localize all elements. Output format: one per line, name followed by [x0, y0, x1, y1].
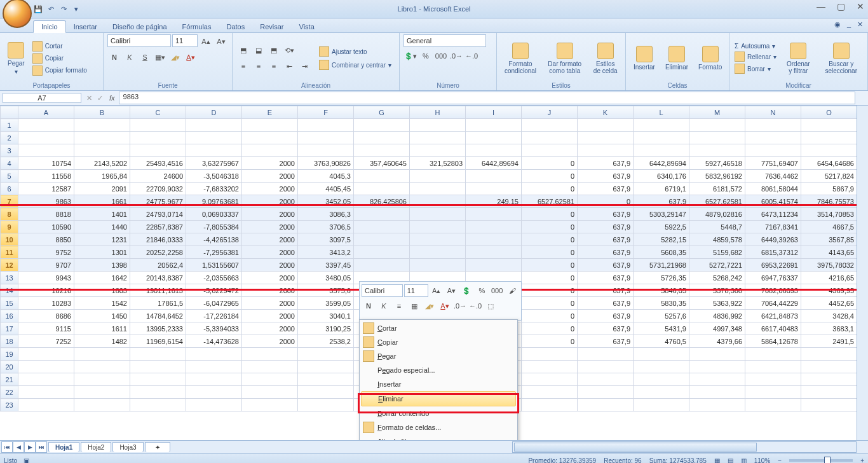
row-header-17[interactable]: 17: [1, 322, 18, 335]
cell-G5[interactable]: [354, 170, 410, 183]
cell-D19[interactable]: [186, 348, 242, 361]
col-header-I[interactable]: I: [466, 106, 522, 119]
grow-font-icon[interactable]: A▴: [199, 34, 213, 48]
cell-M1[interactable]: [689, 119, 745, 132]
col-header-B[interactable]: B: [74, 106, 130, 119]
row-header-8[interactable]: 8: [1, 208, 18, 221]
mini-font-combo[interactable]: Calibri: [362, 284, 403, 297]
cell-B9[interactable]: 1440: [74, 221, 130, 233]
cell-N23[interactable]: [745, 399, 801, 411]
paste-button[interactable]: Pegar▾: [4, 41, 29, 76]
cell-E20[interactable]: [242, 361, 298, 373]
cell-A8[interactable]: 8818: [18, 208, 74, 221]
cell-H8[interactable]: [410, 208, 466, 221]
cell-D12[interactable]: 1,53155607: [186, 259, 242, 272]
cell-C17[interactable]: 13995,2333: [130, 322, 186, 335]
cell-N21[interactable]: [745, 373, 801, 386]
cell-D16[interactable]: -17,226184: [186, 310, 242, 322]
mini-font-color-icon[interactable]: A▾: [438, 299, 452, 313]
cell-A22[interactable]: [18, 386, 74, 399]
mini-bold-icon[interactable]: N: [362, 299, 376, 313]
cell-G11[interactable]: [354, 246, 410, 259]
cell-N10[interactable]: 6449,39263: [745, 233, 801, 246]
save-icon[interactable]: 💾: [33, 4, 43, 14]
cell-C9[interactable]: 22857,8387: [130, 221, 186, 233]
cell-A1[interactable]: [18, 119, 74, 132]
col-header-L[interactable]: L: [634, 106, 689, 119]
view-layout-icon[interactable]: ▤: [728, 457, 733, 464]
cell-C23[interactable]: [130, 399, 186, 411]
mini-brush-icon[interactable]: 🖌: [505, 284, 519, 298]
cell-H4[interactable]: 321,52803: [410, 157, 466, 170]
cell-K6[interactable]: 637,9: [578, 183, 634, 195]
cell-O5[interactable]: 5217,824: [801, 170, 857, 183]
cell-I4[interactable]: 6442,89694: [466, 157, 522, 170]
context-cortar[interactable]: Cortar: [360, 321, 517, 335]
cell-K15[interactable]: 637,9: [578, 297, 634, 310]
cell-A20[interactable]: [18, 361, 74, 373]
sheet-tab-hoja1[interactable]: Hoja1: [48, 442, 79, 452]
cell-H9[interactable]: [410, 221, 466, 233]
comma-icon[interactable]: 000: [434, 49, 448, 63]
cell-I10[interactable]: [466, 233, 522, 246]
wrap-text-button[interactable]: Ajustar texto: [318, 46, 393, 57]
cell-H3[interactable]: [410, 144, 466, 157]
cell-A19[interactable]: [18, 348, 74, 361]
cell-D2[interactable]: [186, 132, 242, 144]
cell-C15[interactable]: 17861,5: [130, 297, 186, 310]
cell-M23[interactable]: [689, 399, 745, 411]
cell-C4[interactable]: 25493,4516: [130, 157, 186, 170]
cell-O22[interactable]: [801, 386, 857, 399]
cell-C20[interactable]: [130, 361, 186, 373]
cell-O17[interactable]: 3683,1: [801, 322, 857, 335]
cell-B3[interactable]: [74, 144, 130, 157]
cell-I8[interactable]: [466, 208, 522, 221]
help-icon[interactable]: ◉: [834, 20, 841, 29]
cell-N3[interactable]: [745, 144, 801, 157]
cell-H12[interactable]: [410, 259, 466, 272]
cell-L21[interactable]: [634, 373, 689, 386]
cell-A5[interactable]: 11558: [18, 170, 74, 183]
cell-G1[interactable]: [354, 119, 410, 132]
row-header-2[interactable]: 2: [1, 132, 18, 144]
horizontal-scrollbar[interactable]: [512, 441, 857, 453]
cell-M15[interactable]: 5363,922: [689, 297, 745, 310]
cell-G12[interactable]: [354, 259, 410, 272]
cell-C16[interactable]: 14784,6452: [130, 310, 186, 322]
cell-J9[interactable]: 0: [522, 221, 578, 233]
mini-size-combo[interactable]: 11: [404, 284, 428, 297]
cell-L2[interactable]: [634, 132, 689, 144]
cell-E8[interactable]: 2000: [242, 208, 298, 221]
align-right-icon[interactable]: ≡: [267, 59, 281, 73]
cell-C13[interactable]: 20143,8387: [130, 272, 186, 284]
cell-M9[interactable]: 5448,7: [689, 221, 745, 233]
cell-C19[interactable]: [130, 348, 186, 361]
cell-A10[interactable]: 8850: [18, 233, 74, 246]
cell-J4[interactable]: 0: [522, 157, 578, 170]
new-sheet-button[interactable]: ✦: [145, 442, 170, 452]
cell-C12[interactable]: 20562,4: [130, 259, 186, 272]
indent-dec-icon[interactable]: ⇤: [282, 59, 296, 73]
cell-A11[interactable]: 9752: [18, 246, 74, 259]
insert-cells-button[interactable]: Insertar: [630, 45, 659, 72]
cell-E12[interactable]: 2000: [242, 259, 298, 272]
clear-button[interactable]: Borrar ▾: [733, 63, 778, 74]
cell-F9[interactable]: 3706,5: [298, 221, 354, 233]
mini-grow-font-icon[interactable]: A▴: [430, 284, 444, 298]
cell-N12[interactable]: 6953,22691: [745, 259, 801, 272]
cell-I2[interactable]: [466, 132, 522, 144]
row-header-18[interactable]: 18: [1, 335, 18, 348]
cell-C6[interactable]: 22709,9032: [130, 183, 186, 195]
col-header-G[interactable]: G: [354, 106, 410, 119]
cell-D15[interactable]: -6,0472965: [186, 297, 242, 310]
sheet-tab-hoja3[interactable]: Hoja3: [112, 442, 143, 452]
qat-dropdown-icon[interactable]: ▾: [71, 4, 81, 14]
cell-L3[interactable]: [634, 144, 689, 157]
mini-border-icon[interactable]: ▦: [407, 299, 421, 313]
align-top-icon[interactable]: ⬒: [236, 43, 250, 57]
cell-G9[interactable]: [354, 221, 410, 233]
cell-J22[interactable]: [522, 386, 578, 399]
cell-O9[interactable]: 4667,5: [801, 221, 857, 233]
cell-N1[interactable]: [745, 119, 801, 132]
cell-D18[interactable]: -14,473628: [186, 335, 242, 348]
